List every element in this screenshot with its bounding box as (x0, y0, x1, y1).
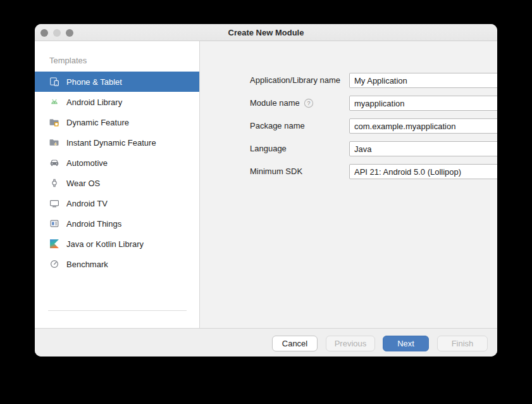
sidebar-divider (48, 310, 187, 311)
sidebar-item-instant-dynamic-feature[interactable]: Instant Dynamic Feature (35, 132, 199, 153)
svg-text:?: ? (307, 100, 310, 106)
form-row-package-name: Package name (201, 118, 497, 134)
chip-icon (49, 218, 59, 229)
sidebar-item-phone-tablet[interactable]: Phone & Tablet (35, 72, 199, 92)
window-title: Create New Module (35, 24, 497, 41)
field-label-text: Package name (250, 118, 305, 134)
sidebar-item-android-library[interactable]: Android Library (35, 92, 199, 112)
sidebar-item-benchmark[interactable]: Benchmark (35, 254, 199, 274)
sidebar-item-label: Wear OS (66, 179, 100, 188)
module-name-input[interactable] (349, 96, 497, 111)
form-row-language: LanguageJava (201, 141, 497, 156)
sidebar-item-java-or-kotlin-library[interactable]: Java or Kotlin Library (35, 234, 199, 254)
sidebar-item-label: Android Library (66, 98, 122, 107)
field-label-text: Application/Library name (250, 73, 340, 88)
sidebar-item-label: Phone & Tablet (66, 77, 122, 87)
field-label-text: Language (250, 141, 287, 156)
sidebar-item-label: Java or Kotlin Library (66, 239, 144, 249)
module-form: Application/Library nameModule name?Pack… (201, 41, 497, 328)
cancel-button[interactable]: Cancel (272, 336, 318, 351)
template-list: Phone & TabletAndroid LibraryDynamic Fea… (35, 72, 199, 274)
select-value: API 21: Android 5.0 (Lollipop) (354, 167, 461, 177)
sidebar-item-wear-os[interactable]: Wear OS (35, 173, 199, 193)
package-name-input[interactable] (349, 118, 497, 134)
field-label-text: Minimum SDK (250, 164, 302, 179)
tv-icon (49, 198, 59, 208)
android-icon (49, 97, 59, 107)
titlebar: Create New Module (35, 24, 497, 41)
form-row-minimum-sdk: Minimum SDKAPI 21: Android 5.0 (Lollipop… (201, 164, 497, 179)
form-row-application-library-name: Application/Library name (201, 73, 497, 88)
field-label: Package name (250, 118, 305, 134)
minimum-sdk-select[interactable]: API 21: Android 5.0 (Lollipop) (349, 164, 497, 179)
templates-sidebar: Templates Phone & TabletAndroid LibraryD… (35, 41, 200, 328)
instant-dynamic-feature-folder-icon (49, 137, 59, 148)
help-icon[interactable]: ? (304, 98, 314, 108)
previous-button: Previous (326, 336, 375, 351)
field-label: Minimum SDK (250, 164, 302, 179)
dynamic-feature-folder-icon (49, 117, 59, 127)
language-select[interactable]: Java (349, 141, 497, 156)
application-library-name-input[interactable] (349, 73, 497, 88)
next-button[interactable]: Next (383, 336, 429, 351)
phone-tablet-icon (49, 77, 59, 87)
sidebar-item-automotive[interactable]: Automotive (35, 153, 199, 173)
footer-bar: CancelPreviousNextFinish (35, 328, 497, 357)
sidebar-item-label: Android TV (66, 199, 108, 208)
select-value: Java (354, 144, 371, 154)
field-label: Module name? (250, 96, 314, 111)
kotlin-icon (49, 239, 59, 249)
sidebar-item-label: Dynamic Feature (66, 118, 129, 127)
sidebar-item-android-things[interactable]: Android Things (35, 213, 199, 234)
watch-icon (49, 178, 59, 188)
sidebar-item-dynamic-feature[interactable]: Dynamic Feature (35, 112, 199, 132)
create-new-module-dialog: Create New Module Templates Phone & Tabl… (35, 24, 497, 357)
field-label: Application/Library name (250, 73, 340, 88)
finish-button: Finish (437, 336, 488, 351)
car-icon (49, 158, 59, 168)
sidebar-item-label: Android Things (66, 219, 121, 229)
benchmark-icon (49, 259, 59, 269)
sidebar-item-label: Benchmark (66, 260, 108, 269)
field-label: Language (250, 141, 287, 156)
sidebar-item-label: Instant Dynamic Feature (66, 138, 156, 148)
sidebar-item-label: Automotive (66, 158, 108, 168)
sidebar-item-android-tv[interactable]: Android TV (35, 193, 199, 213)
templates-header: Templates (49, 56, 87, 65)
field-label-text: Module name (250, 96, 300, 111)
form-row-module-name: Module name? (201, 96, 497, 111)
